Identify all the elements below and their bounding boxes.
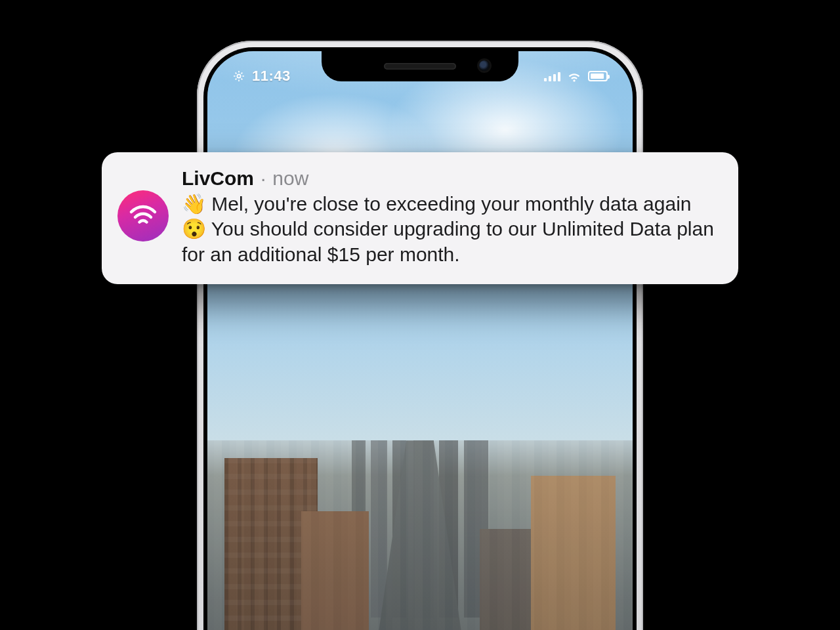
phone-bezel: 11:43 bbox=[203, 47, 637, 630]
phone-screen: 11:43 bbox=[207, 51, 633, 630]
gear-icon bbox=[232, 70, 245, 83]
svg-point-0 bbox=[237, 74, 240, 77]
notification-body: 👋 Mel, you're close to exceeding your mo… bbox=[182, 192, 720, 267]
battery-icon bbox=[588, 71, 608, 81]
wifi-icon bbox=[567, 70, 581, 82]
notification-header: LivCom · now bbox=[182, 167, 720, 190]
notification-separator: · bbox=[261, 167, 266, 190]
push-notification[interactable]: LivCom · now 👋 Mel, you're close to exce… bbox=[102, 152, 738, 284]
speaker-grill bbox=[384, 63, 456, 70]
notification-timestamp: now bbox=[272, 167, 308, 190]
wallpaper-city bbox=[207, 440, 633, 630]
status-bar-left: 11:43 bbox=[232, 68, 291, 85]
notification-app-name: LivCom bbox=[182, 167, 254, 190]
phone-notch bbox=[322, 51, 518, 81]
notification-content: LivCom · now 👋 Mel, you're close to exce… bbox=[182, 167, 720, 267]
cellular-icon bbox=[544, 71, 560, 81]
status-bar-right bbox=[544, 70, 608, 82]
status-time: 11:43 bbox=[252, 68, 291, 85]
wifi-app-icon bbox=[117, 190, 169, 242]
phone-frame: 11:43 bbox=[197, 41, 643, 630]
front-camera bbox=[479, 60, 490, 71]
